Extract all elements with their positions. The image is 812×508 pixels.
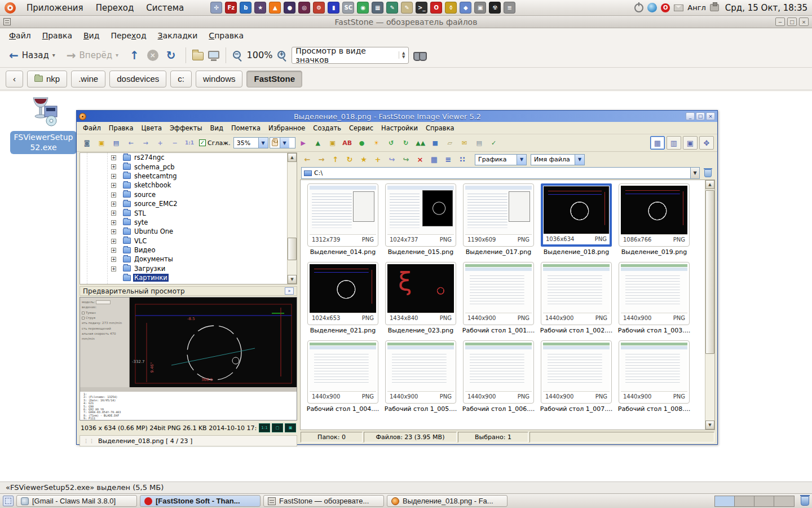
save-icon[interactable]: ▤ bbox=[109, 136, 123, 150]
task-image-viewer[interactable]: Выделение_018.png - Fa... bbox=[387, 495, 508, 507]
filezilla-icon[interactable]: Fz bbox=[225, 2, 237, 14]
chrome-icon[interactable]: ◉ bbox=[357, 2, 369, 14]
webcam-icon[interactable]: ◎ bbox=[298, 2, 310, 14]
view-thumbnails-icon[interactable]: ▦ bbox=[428, 154, 440, 165]
thumbnail-Выделение_018.png[interactable]: 1036x634PNGВыделение_018.png bbox=[537, 183, 615, 256]
acquire-photo-icon[interactable]: ◙ bbox=[80, 136, 94, 150]
viewer-minimize-button[interactable]: _ bbox=[686, 112, 695, 120]
panel-menu-Система[interactable]: Система bbox=[140, 1, 190, 15]
speedcrunch-icon[interactable]: SC bbox=[342, 2, 354, 14]
thumbnail-card[interactable]: 1440x900PNG bbox=[463, 340, 534, 404]
expand-icon[interactable]: + bbox=[111, 257, 116, 262]
expand-icon[interactable]: + bbox=[111, 174, 116, 179]
back-folder-icon[interactable]: ← bbox=[301, 154, 314, 165]
new-folder-icon[interactable]: + bbox=[372, 154, 384, 165]
tree-item-Картинки[interactable]: Картинки bbox=[80, 273, 297, 282]
database-icon[interactable]: ▮ bbox=[328, 2, 339, 14]
collapse-preview-button[interactable]: » bbox=[285, 287, 294, 295]
breadcrumb-windows[interactable]: windows bbox=[196, 71, 243, 87]
rotate-right-icon[interactable]: ↻ bbox=[399, 136, 413, 150]
viewer-menu-Вид[interactable]: Вид bbox=[206, 122, 227, 134]
thumbnail-card[interactable]: 1440x900PNG bbox=[307, 340, 378, 404]
hand-tool-dropdown-icon[interactable]: ▼ bbox=[280, 138, 289, 148]
thumbnail-Выделение_019.png[interactable]: 1086x766PNGВыделение_019.png bbox=[615, 183, 693, 256]
file-icon-fsviewersetup[interactable]: FSViewerSetup52.exe bbox=[10, 96, 77, 154]
sort-order-select[interactable]: Имя файла ▼ bbox=[531, 154, 585, 165]
thumbnail-Рабочий стол 1_001....[interactable]: 1440x900PNGРабочий стол 1_001.... bbox=[460, 262, 537, 334]
open-folder-icon[interactable]: ▣ bbox=[95, 136, 108, 150]
applications-menu-icon[interactable] bbox=[5, 2, 16, 14]
previous-image-icon[interactable]: ← bbox=[124, 136, 138, 150]
slideshow-icon[interactable]: ▶ bbox=[297, 136, 310, 150]
java-icon[interactable]: ● bbox=[284, 2, 295, 14]
thumbnail-card[interactable]: 1024x737PNG bbox=[385, 183, 456, 247]
viewer-menu-Цвета[interactable]: Цвета bbox=[138, 122, 166, 134]
menu-Закладки[interactable]: Закладки bbox=[152, 29, 204, 42]
tree-item-sheetcamtng[interactable]: +sheetcamtng bbox=[80, 172, 297, 181]
expand-icon[interactable]: + bbox=[111, 192, 116, 198]
thumbnail-Выделение_014.png[interactable]: 1312x739PNGВыделение_014.png bbox=[304, 183, 382, 256]
power-icon[interactable] bbox=[634, 3, 643, 12]
spell-abc-icon[interactable]: АВ bbox=[341, 136, 354, 150]
brightness-icon[interactable]: ☀ bbox=[370, 136, 383, 150]
thumbs-scroll-thumb[interactable] bbox=[705, 190, 714, 354]
reload-button[interactable]: ↻ bbox=[163, 47, 179, 63]
smoothing-option[interactable]: ✓ Сглаж. bbox=[199, 139, 231, 147]
file-filter-select[interactable]: Графика ▼ bbox=[475, 154, 527, 165]
expand-icon[interactable]: + bbox=[111, 239, 116, 244]
tree-item-source[interactable]: +source bbox=[80, 190, 297, 199]
tree-item-source_EMC2[interactable]: +source_EMC2 bbox=[80, 199, 297, 208]
breadcrumb-.wine[interactable]: .wine bbox=[71, 71, 105, 87]
scroll-down-icon[interactable]: ▼ bbox=[705, 421, 714, 430]
thumbnail-Выделение_015.png[interactable]: 1024x737PNGВыделение_015.png bbox=[382, 183, 460, 256]
expand-icon[interactable]: + bbox=[111, 248, 116, 253]
close-button[interactable]: × bbox=[799, 17, 809, 26]
viewer-menu-Избранное[interactable]: Избранное bbox=[264, 122, 309, 134]
forward-button[interactable]: → Вперёд ▾ bbox=[63, 47, 122, 63]
compare-images-icon[interactable]: ▲▲ bbox=[414, 136, 427, 150]
move-to-folder-icon[interactable]: ↪ bbox=[400, 154, 412, 165]
viewer-close-button[interactable]: × bbox=[706, 112, 715, 120]
drag-grip[interactable]: ⋮⋮ bbox=[83, 438, 95, 444]
opera-tray-icon[interactable] bbox=[661, 3, 670, 12]
thumbnail-Выделение_017.png[interactable]: 1190x609PNGВыделение_017.png bbox=[460, 183, 537, 256]
zoom-in-button[interactable]: + bbox=[277, 50, 287, 60]
zoom-in-icon[interactable]: + bbox=[153, 136, 167, 150]
viewer-title-bar[interactable]: Выделение_018.png - FastStone Image View… bbox=[77, 111, 717, 122]
menu-Вид[interactable]: Вид bbox=[78, 29, 105, 42]
filter-dropdown-icon[interactable]: ▼ bbox=[517, 155, 526, 165]
viewer-menu-Создать[interactable]: Создать bbox=[309, 122, 345, 134]
up-button[interactable]: ↑ bbox=[126, 47, 143, 63]
tree-scroll-thumb[interactable] bbox=[288, 238, 297, 260]
thumbnail-Рабочий стол 1_004....[interactable]: 1440x900PNGРабочий стол 1_004.... bbox=[304, 340, 382, 413]
thumbnail-card[interactable]: 1440x900PNG bbox=[463, 262, 534, 325]
package-icon[interactable]: ▣ bbox=[474, 2, 486, 14]
keyboard-layout-indicator[interactable]: Англ bbox=[687, 3, 706, 12]
refresh-folder-icon[interactable]: ↻ bbox=[343, 154, 356, 165]
tree-item-schema_pcb[interactable]: +schema_pcb bbox=[80, 162, 297, 171]
menu-Справка[interactable]: Справка bbox=[203, 29, 249, 42]
view-mode-select[interactable]: Просмотр в виде значков ▲▼ bbox=[292, 47, 409, 64]
radiation-icon[interactable]: ☢ bbox=[489, 2, 501, 14]
forward-folder-icon[interactable]: → bbox=[315, 154, 328, 165]
scroll-down-icon[interactable]: ▼ bbox=[288, 275, 297, 284]
panel-menu-Переход[interactable]: Переход bbox=[90, 1, 140, 15]
stop-button[interactable]: × bbox=[147, 50, 158, 61]
hand-tool-select[interactable]: ▼ bbox=[270, 137, 295, 148]
path-combo[interactable]: C:\ ▼ bbox=[301, 167, 700, 179]
thumbnail-Рабочий стол 1_003....[interactable]: 1440x900PNGРабочий стол 1_003.... bbox=[615, 262, 693, 334]
tree-item-rs274ngc[interactable]: +rs274ngc bbox=[80, 153, 297, 162]
task-file-browser[interactable]: FastStone — обозревате... bbox=[263, 495, 384, 507]
zoom-out-button[interactable]: − bbox=[232, 50, 242, 60]
print-icon[interactable]: ▤ bbox=[473, 136, 486, 150]
thumbnail-card[interactable]: 1440x900PNG bbox=[385, 340, 456, 404]
breadcrumb-FastStone[interactable]: FastStone bbox=[246, 71, 302, 87]
task-claws-mail[interactable]: [Gmail - Claws Mail 3.8.0] bbox=[16, 495, 137, 507]
favorites-folder-icon[interactable]: ★ bbox=[358, 154, 370, 165]
tree-item-sketchbook[interactable]: +sketchbook bbox=[80, 181, 297, 190]
email-icon[interactable]: ✉ bbox=[458, 136, 471, 150]
zoom-dropdown-icon[interactable]: ▼ bbox=[258, 138, 268, 148]
view-mode-spinner[interactable]: ▲▼ bbox=[399, 51, 405, 59]
fullscreen-mode-button[interactable]: ✥ bbox=[699, 136, 714, 150]
thumbnail-Рабочий стол 1_007....[interactable]: 1440x900PNGРабочий стол 1_007.... bbox=[537, 340, 615, 413]
